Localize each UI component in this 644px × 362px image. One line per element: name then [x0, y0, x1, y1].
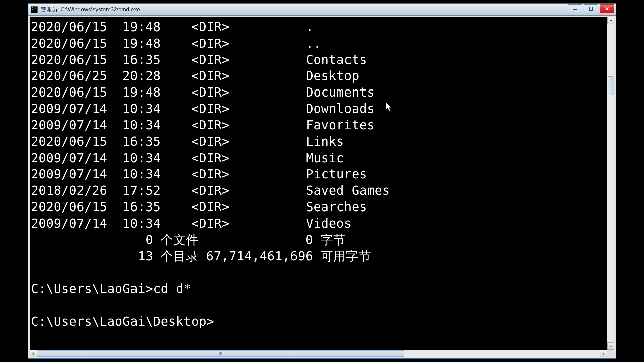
- close-button[interactable]: [600, 4, 614, 13]
- maximize-icon: [589, 6, 593, 11]
- chevron-left-icon: [32, 352, 35, 355]
- cmd-icon: [31, 6, 38, 13]
- scroll-down-button[interactable]: [607, 342, 614, 350]
- minimize-button[interactable]: [568, 4, 582, 13]
- svg-rect-0: [573, 9, 577, 10]
- horizontal-scrollbar[interactable]: [30, 350, 614, 357]
- scroll-left-button[interactable]: [30, 350, 37, 357]
- svg-rect-1: [589, 7, 593, 10]
- chevron-up-icon: [609, 19, 613, 22]
- scroll-right-button[interactable]: [600, 350, 607, 357]
- horizontal-scroll-thumb[interactable]: [37, 350, 404, 357]
- vertical-scroll-track[interactable]: [607, 24, 614, 342]
- horizontal-scroll-track[interactable]: [37, 350, 600, 357]
- window-controls: [568, 4, 614, 13]
- titlebar[interactable]: 管理员: C:\Windows\system32\cmd.exe: [28, 4, 616, 16]
- close-icon: [605, 6, 609, 11]
- window-title: 管理员: C:\Windows\system32\cmd.exe: [40, 6, 140, 13]
- client-area: 2020/06/15 19:48 <DIR> . 2020/06/15 19:4…: [28, 16, 616, 358]
- minimize-icon: [573, 6, 577, 11]
- terminal-output[interactable]: 2020/06/15 19:48 <DIR> . 2020/06/15 19:4…: [30, 17, 607, 350]
- console-wrap: 2020/06/15 19:48 <DIR> . 2020/06/15 19:4…: [30, 17, 614, 350]
- cmd-window: 管理员: C:\Windows\system32\cmd.exe 2020/06…: [28, 3, 616, 359]
- chevron-down-icon: [609, 344, 613, 348]
- maximize-button[interactable]: [584, 4, 598, 13]
- scrollbar-corner: [607, 350, 614, 357]
- vertical-scrollbar[interactable]: [607, 17, 614, 350]
- chevron-right-icon: [602, 352, 605, 355]
- vertical-scroll-thumb[interactable]: [608, 76, 614, 95]
- scroll-up-button[interactable]: [607, 17, 614, 24]
